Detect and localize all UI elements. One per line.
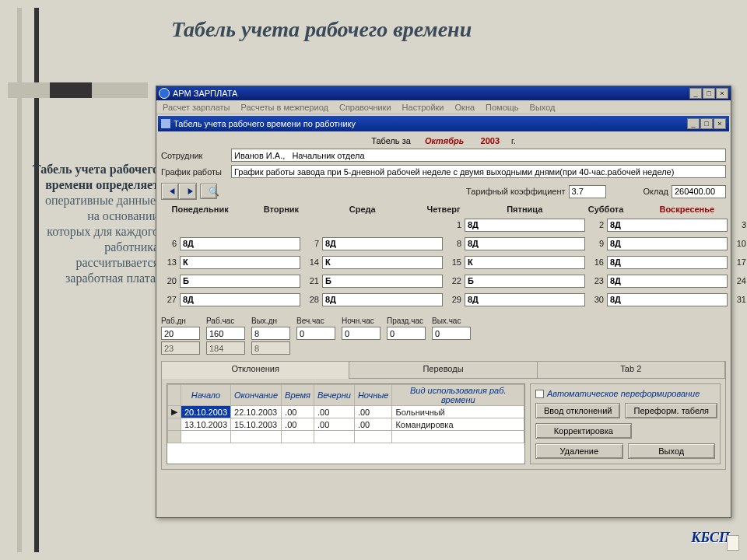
maximize-button[interactable]: □	[703, 88, 715, 99]
employee-field[interactable]	[231, 149, 726, 162]
grid-cell[interactable]: .00	[282, 418, 314, 431]
grid-header[interactable]: Ночные	[354, 385, 392, 406]
day-number: 7	[303, 239, 319, 248]
day-number: 27	[161, 295, 177, 304]
day-value-field[interactable]	[607, 237, 728, 250]
menu-settings[interactable]: Настройки	[402, 103, 444, 112]
day-value-field[interactable]	[607, 219, 728, 232]
total-header: Раб.час	[206, 317, 245, 325]
day-number: 13	[161, 257, 177, 267]
menu-salary[interactable]: Расчет зарплаты	[163, 103, 230, 112]
app-icon	[159, 88, 170, 99]
day-value-field[interactable]	[607, 256, 728, 269]
menu-interperiod[interactable]: Расчеты в межпериод	[241, 103, 328, 112]
auto-reform-checkbox[interactable]: Автоматическое переформирование	[535, 389, 715, 398]
menu-windows[interactable]: Окна	[455, 103, 475, 112]
tab-tab2[interactable]: Tab 2	[538, 362, 725, 379]
inner-icon	[161, 119, 170, 128]
menu-help[interactable]: Помощь	[486, 103, 519, 112]
day-number: 17	[731, 257, 746, 267]
total-col: Празд.час	[387, 317, 426, 355]
grid-header[interactable]: Вид использования раб. времени	[392, 385, 524, 406]
inner-close-button[interactable]: ×	[714, 118, 726, 129]
day-value-field[interactable]	[180, 275, 300, 288]
total-row1-field[interactable]	[206, 327, 245, 340]
menu-directories[interactable]: Справочники	[339, 103, 391, 112]
day-value-field[interactable]	[322, 275, 443, 288]
day-value-field[interactable]	[465, 237, 585, 250]
day-value-field[interactable]	[180, 256, 300, 269]
next-arrow-button[interactable]	[179, 184, 196, 199]
row-selector[interactable]	[168, 418, 181, 431]
side-description: Табель учета рабочего времени определяет…	[0, 162, 159, 286]
salary-field[interactable]	[672, 185, 726, 198]
preview-button[interactable]: 🔍	[200, 184, 217, 199]
minimize-button[interactable]: _	[689, 88, 702, 99]
reform-button[interactable]: Переформ. табеля	[625, 403, 717, 418]
schedule-field[interactable]	[231, 165, 726, 178]
period-suffix: г.	[511, 136, 516, 145]
grid-cell[interactable]: 13.10.2003	[181, 418, 231, 431]
grid-cell[interactable]: .00	[354, 406, 392, 418]
grid-cell[interactable]: Командировка	[392, 418, 524, 431]
day-value-field[interactable]	[322, 256, 443, 269]
day-number: 16	[588, 257, 604, 267]
day-value-field[interactable]	[465, 275, 585, 288]
total-row1-field[interactable]	[342, 327, 381, 340]
grid-cell[interactable]: .00	[314, 418, 354, 431]
day-cell: 29	[446, 292, 585, 307]
tariff-field[interactable]	[569, 185, 606, 198]
correct-button[interactable]: Корректировка	[535, 423, 632, 439]
grid-cell[interactable]: .00	[314, 406, 354, 418]
menu-exit[interactable]: Выход	[530, 103, 556, 112]
grid-header[interactable]: Вечерни	[314, 385, 354, 406]
grid-cell[interactable]: Больничный	[392, 406, 524, 418]
delete-button[interactable]: Удаление	[535, 443, 623, 459]
day-value-field[interactable]	[180, 237, 300, 250]
day-cell: 6	[161, 236, 300, 251]
total-row1-field[interactable]	[387, 327, 426, 340]
grid-header[interactable]: Время	[282, 385, 314, 406]
day-value-field[interactable]	[607, 275, 728, 288]
checkbox-icon	[535, 390, 544, 398]
day-value-field[interactable]	[180, 293, 300, 306]
grid-cell[interactable]: .00	[354, 418, 392, 431]
app-window: АРМ ЗАРПЛАТА _ □ × Расчет зарплаты Расче…	[156, 86, 731, 518]
grid-cell[interactable]: .00	[282, 406, 314, 418]
day-number: 14	[303, 257, 319, 267]
grid-header[interactable]: Окончание	[231, 385, 282, 406]
total-row1-field[interactable]	[161, 327, 200, 340]
close-button[interactable]: ×	[716, 88, 728, 99]
tabs-container: Отклонения Переводы Tab 2 НачалоОкончани…	[161, 361, 726, 470]
day-value-field[interactable]	[465, 293, 585, 306]
total-row1-field[interactable]	[296, 327, 335, 340]
day-cell: 13	[161, 254, 300, 270]
day-value-field[interactable]	[465, 219, 585, 232]
add-deviation-button[interactable]: Ввод отклонений	[535, 403, 620, 418]
period-header: Табель за Октябрь 2003 г.	[161, 136, 726, 145]
day-cell: 27	[161, 292, 300, 307]
day-value-field[interactable]	[322, 237, 443, 250]
grid-cell[interactable]: 22.10.2003	[231, 406, 282, 418]
grid-header[interactable]: Начало	[181, 385, 231, 406]
total-row1-field[interactable]	[251, 327, 290, 340]
dow-mon: Понедельник	[161, 205, 239, 214]
inner-restore-button[interactable]: □	[700, 118, 713, 129]
inner-minimize-button[interactable]: _	[687, 118, 700, 129]
deviations-grid[interactable]: НачалоОкончаниеВремяВечерниНочныеВид исп…	[167, 383, 525, 464]
total-row1-field[interactable]	[432, 327, 471, 340]
day-value-field[interactable]	[465, 256, 585, 269]
prev-arrow-button[interactable]	[162, 184, 179, 199]
tab-deviations[interactable]: Отклонения	[162, 362, 349, 379]
row-selector[interactable]: ▶	[168, 406, 181, 418]
grid-cell[interactable]: 20.10.2003	[181, 406, 231, 418]
dow-sat: Суббота	[566, 205, 644, 214]
grid-cell[interactable]: 15.10.2003	[231, 418, 282, 431]
magnifier-icon: 🔍	[209, 187, 219, 196]
day-value-field[interactable]	[607, 293, 728, 306]
day-cell: 8	[446, 236, 585, 251]
exit-button[interactable]: Выход	[628, 443, 716, 459]
tab-transfers[interactable]: Переводы	[349, 362, 537, 379]
dow-wed: Среда	[324, 205, 402, 214]
day-value-field[interactable]	[322, 293, 443, 306]
